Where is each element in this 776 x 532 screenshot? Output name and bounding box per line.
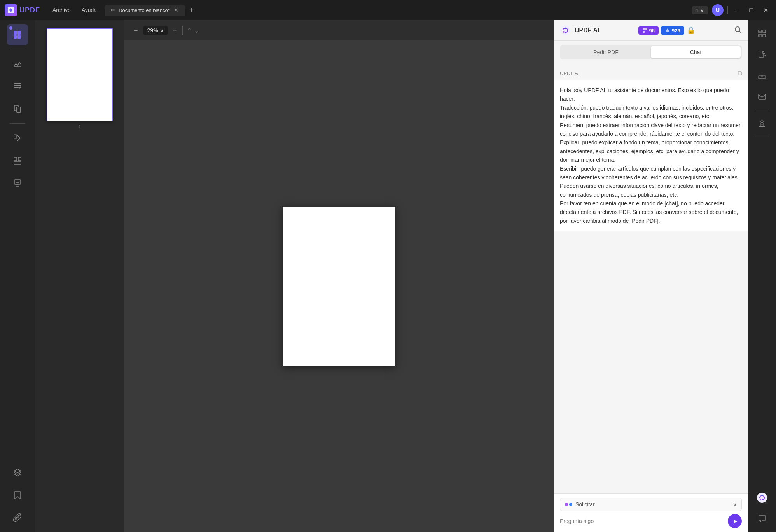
sidebar-item-protect[interactable] (7, 173, 28, 194)
page-indicator[interactable]: 1 ∨ (692, 6, 708, 14)
right-divider-2 (755, 136, 769, 137)
sidebar-item-bookmark[interactable] (7, 485, 28, 506)
svg-rect-22 (643, 28, 645, 30)
sidebar-item-edit[interactable] (7, 76, 28, 97)
sidebar-item-annotate[interactable] (7, 53, 28, 74)
right-export-button[interactable] (753, 66, 771, 85)
svg-point-20 (563, 31, 565, 33)
message-text: Hola, soy UPDF AI, tu asistente de docum… (560, 86, 742, 225)
right-pdf-convert-button[interactable] (753, 45, 771, 64)
tab-ask-pdf[interactable]: Pedir PDF (561, 46, 651, 58)
nav-up-button[interactable]: ⌃ (187, 27, 192, 34)
dot-purple (565, 503, 568, 506)
message-header: UPDF AI ⧉ (554, 66, 748, 80)
search-icon[interactable] (734, 26, 742, 35)
tab-label: Documento en blanco* (119, 7, 170, 13)
svg-rect-15 (14, 161, 21, 164)
zoom-value: 29% (147, 27, 158, 33)
zoom-in-button[interactable]: + (171, 25, 179, 36)
svg-rect-1 (14, 31, 17, 35)
lock-icon[interactable]: 🔒 (687, 26, 695, 35)
page-navigation: ⌃ ⌄ (187, 27, 199, 34)
ai-panel: UPDF AI 96 926 🔒 (554, 20, 748, 532)
right-divider-1 (755, 110, 769, 110)
svg-point-40 (757, 493, 767, 503)
right-comment-button[interactable] (753, 509, 771, 528)
svg-rect-30 (763, 34, 766, 37)
thumbnail-page-1[interactable]: 1 (47, 28, 113, 130)
svg-rect-2 (17, 31, 21, 35)
svg-rect-6 (14, 83, 21, 84)
right-sidebar-bottom (753, 488, 771, 528)
ai-tabs: Pedir PDF Chat (560, 45, 742, 60)
svg-rect-16 (14, 180, 21, 184)
zoom-out-button[interactable]: − (132, 25, 140, 36)
svg-point-19 (560, 25, 570, 35)
svg-line-26 (739, 31, 741, 33)
right-sidebar: O C R (748, 20, 776, 532)
new-tab-button[interactable]: + (187, 6, 196, 15)
svg-rect-14 (18, 157, 21, 161)
svg-rect-35 (759, 76, 760, 79)
svg-rect-10 (17, 107, 21, 112)
content-area: − 29% ∨ + ⌃ ⌄ (124, 20, 554, 532)
svg-rect-8 (14, 87, 19, 88)
tab-area: ✏ Documento en blanco* ✕ + (105, 5, 689, 16)
solicitar-chevron-icon: ∨ (733, 501, 737, 508)
sidebar-item-attachment[interactable] (7, 507, 28, 528)
chat-input[interactable] (560, 518, 725, 524)
credit-icon-purple (642, 28, 648, 33)
send-button[interactable]: ➤ (728, 514, 742, 528)
right-mail-button[interactable] (753, 87, 771, 106)
svg-text:C: C (764, 30, 765, 33)
blue-credit-badge: 926 (661, 26, 684, 35)
menu-archivo[interactable]: Archivo (48, 5, 75, 15)
menu-ayuda[interactable]: Ayuda (77, 5, 101, 15)
ai-input-area: Solicitar ∨ ➤ (554, 494, 748, 532)
svg-point-41 (760, 499, 761, 500)
app-logo: UPDF (5, 4, 40, 16)
ai-panel-title: UPDF AI (575, 27, 599, 34)
message-bubble: Hola, soy UPDF AI, tu asistente de docum… (554, 80, 748, 231)
sidebar-item-pages[interactable] (7, 98, 28, 119)
right-stamp-button[interactable] (753, 114, 771, 133)
svg-point-21 (565, 28, 566, 29)
svg-point-18 (17, 184, 18, 185)
user-avatar[interactable]: U (712, 4, 724, 16)
ai-messages[interactable]: UPDF AI ⧉ Hola, soy UPDF AI, tu asistent… (554, 63, 748, 494)
close-button[interactable]: ✕ (760, 5, 771, 16)
right-updf-ai-button[interactable] (753, 488, 771, 507)
blue-credit-value: 926 (672, 28, 680, 33)
titlebar-right: 1 ∨ U ─ □ ✕ (692, 4, 771, 16)
ai-credits: 96 926 🔒 (638, 26, 695, 35)
solicitar-selector[interactable]: Solicitar ∨ (560, 498, 742, 511)
svg-rect-37 (759, 94, 766, 99)
right-ocr-button[interactable]: O C R (753, 24, 771, 43)
ai-logo-icon (560, 25, 571, 36)
minimize-button[interactable]: ─ (732, 5, 742, 15)
svg-text:O: O (759, 30, 761, 33)
thumbnail-number-1: 1 (78, 124, 81, 130)
copy-message-button[interactable]: ⧉ (738, 70, 742, 77)
tab-chat[interactable]: Chat (651, 46, 741, 58)
sidebar-icon-wrapper-reader (7, 24, 28, 45)
pdf-page-view (283, 206, 395, 366)
sidebar-item-layers[interactable] (7, 462, 28, 483)
purple-credit-badge: 96 (638, 26, 659, 35)
tab-edit-icon: ✏ (111, 7, 115, 13)
solicitar-label: Solicitar (575, 501, 595, 508)
sidebar-item-organize[interactable] (7, 150, 28, 171)
svg-point-42 (762, 495, 763, 496)
page-chevron: ∨ (700, 7, 704, 13)
toolbar-separator (182, 26, 183, 35)
sidebar-item-export[interactable] (7, 128, 28, 149)
document-toolbar: − 29% ∨ + ⌃ ⌄ (124, 20, 554, 40)
document-tab[interactable]: ✏ Documento en blanco* ✕ (105, 5, 185, 16)
nav-down-button[interactable]: ⌄ (194, 27, 199, 34)
solicitar-dots (565, 503, 572, 506)
maximize-button[interactable]: □ (746, 5, 756, 15)
tab-close-button[interactable]: ✕ (173, 7, 179, 13)
active-indicator (9, 26, 12, 30)
menu-bar: Archivo Ayuda (48, 5, 101, 15)
zoom-selector[interactable]: 29% ∨ (143, 26, 168, 35)
